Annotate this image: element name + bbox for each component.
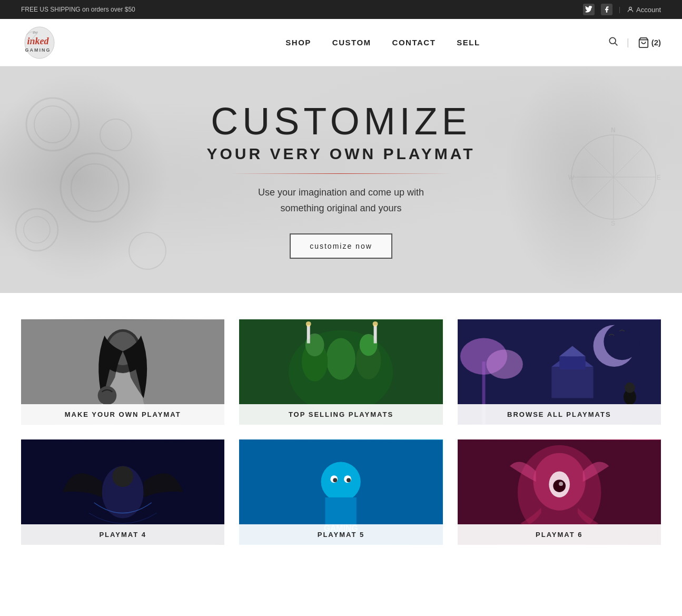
cart-button[interactable]: (2): [638, 37, 661, 48]
svg-point-59: [333, 478, 338, 482]
top-bar-divider: |: [619, 6, 620, 13]
search-icon: [608, 36, 618, 46]
product-card-2[interactable]: TOP SELLING PLAYMATS: [239, 319, 442, 425]
search-button[interactable]: [608, 36, 618, 49]
hero-banner: N S W E CUSTOMIZE YOUR VERY OWN PLAYMAT …: [0, 66, 682, 293]
svg-point-66: [553, 480, 566, 492]
hero-title-main: CUSTOMIZE: [206, 101, 475, 142]
product-section: MAKE YOUR OWN PLAYMAT: [0, 293, 682, 561]
svg-line-6: [615, 43, 618, 46]
svg-text:inked: inked: [27, 36, 49, 46]
top-bar: FREE US SHIPPING on orders over $50 | Ac…: [0, 0, 682, 19]
svg-rect-47: [559, 356, 586, 369]
svg-point-55: [321, 462, 361, 502]
customize-now-button[interactable]: customize now: [290, 233, 392, 259]
logo[interactable]: the inked GAMING: [21, 24, 116, 61]
svg-text:GAMING: GAMING: [25, 47, 51, 53]
product-card-4[interactable]: PLAYMAT 4: [21, 439, 224, 545]
logo-area: the inked GAMING: [21, 24, 116, 61]
svg-point-50: [625, 383, 635, 393]
product-card-5[interactable]: GAMING PLAYMAT 5: [239, 439, 442, 545]
product-grid: MAKE YOUR OWN PLAYMAT: [21, 319, 661, 545]
svg-point-0: [629, 7, 632, 9]
svg-point-39: [289, 330, 393, 414]
nav-sell[interactable]: SELL: [457, 38, 480, 47]
hero-title-sub: YOUR VERY OWN PLAYMAT: [206, 145, 475, 163]
product-label-4: PLAYMAT 4: [21, 524, 224, 545]
nav-shop[interactable]: SHOP: [285, 38, 311, 47]
hero-description: Use your imagination and come up with so…: [206, 184, 475, 217]
svg-point-5: [609, 37, 616, 44]
account-icon: [627, 6, 634, 13]
hero-divider: [230, 173, 451, 174]
svg-point-44: [486, 349, 522, 378]
product-card-6[interactable]: PLAYMAT 6: [458, 439, 661, 545]
header-right: | (2): [608, 36, 661, 49]
svg-point-53: [112, 466, 133, 487]
product-label-6: PLAYMAT 6: [458, 524, 661, 545]
twitter-icon[interactable]: [583, 4, 595, 15]
header: the inked GAMING SHOP CUSTOM CONTACT SEL…: [0, 19, 682, 66]
facebook-icon[interactable]: [601, 4, 612, 15]
shipping-notice: FREE US SHIPPING on orders over $50: [21, 6, 135, 13]
hero-content: CUSTOMIZE YOUR VERY OWN PLAYMAT Use your…: [206, 101, 475, 258]
product-label-2: TOP SELLING PLAYMATS: [239, 404, 442, 425]
product-label-3: BROWSE ALL PLAYMATS: [458, 404, 661, 425]
svg-point-37: [306, 321, 311, 327]
nav-custom[interactable]: CUSTOM: [332, 38, 371, 47]
product-label-1: MAKE YOUR OWN PLAYMAT: [21, 404, 224, 425]
main-nav: SHOP CUSTOM CONTACT SELL: [285, 38, 480, 47]
nav-contact[interactable]: CONTACT: [392, 38, 436, 47]
product-label-5: PLAYMAT 5: [239, 524, 442, 545]
svg-point-28: [98, 386, 117, 405]
svg-point-42: [604, 324, 640, 360]
account-link[interactable]: Account: [627, 6, 661, 14]
cart-icon: [638, 37, 649, 48]
header-divider: |: [627, 37, 629, 48]
account-label: Account: [636, 6, 661, 14]
cart-count: (2): [651, 38, 661, 47]
product-card-3[interactable]: BROWSE ALL PLAYMATS: [458, 319, 661, 425]
svg-point-67: [559, 482, 563, 486]
svg-rect-45: [551, 367, 593, 398]
svg-point-60: [347, 478, 351, 482]
product-card-1[interactable]: MAKE YOUR OWN PLAYMAT: [21, 319, 224, 425]
top-bar-right: | Account: [583, 4, 661, 15]
svg-point-38: [373, 321, 378, 327]
